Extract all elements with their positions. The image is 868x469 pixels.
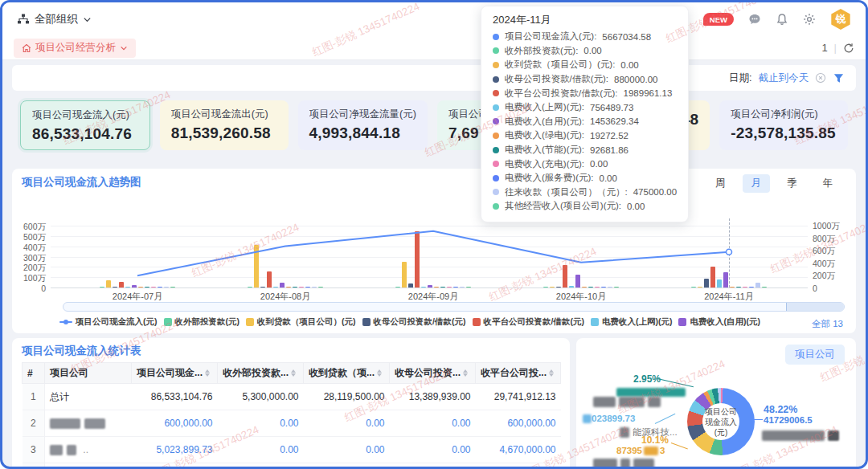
legend-item[interactable]: 收外部投资款(元)	[164, 316, 240, 328]
kpi-card-3[interactable]: 项目公司净现金流量(元)4,993,844.18	[298, 100, 428, 150]
bar[interactable]	[318, 287, 323, 288]
sort-icon[interactable]	[205, 369, 210, 377]
bar[interactable]	[428, 285, 432, 288]
bar[interactable]	[550, 287, 555, 288]
bar[interactable]	[151, 287, 156, 288]
column-header[interactable]: 项目公司	[45, 363, 132, 384]
bar[interactable]	[106, 280, 111, 288]
bar[interactable]	[556, 287, 561, 288]
column-header[interactable]: 收平台公司投...	[476, 363, 561, 384]
bar[interactable]	[575, 275, 580, 288]
bar[interactable]	[305, 287, 310, 288]
bar[interactable]	[415, 231, 420, 288]
bar[interactable]	[125, 287, 130, 288]
kpi-card-6[interactable]: 项目公司净利润(元)-23,578,135.85	[719, 100, 848, 150]
bar[interactable]	[402, 262, 407, 288]
legend-item[interactable]: 收母公司投资款/借款(元)	[362, 316, 466, 328]
legend-item[interactable]: 电费收入(上网)(元)	[591, 316, 673, 328]
table-row[interactable]: 1总计86,533,104.765,300,000.0028,119,500.0…	[23, 384, 561, 410]
bar[interactable]	[704, 279, 709, 288]
column-header[interactable]: 收到贷款（项...	[304, 363, 390, 384]
bar[interactable]	[466, 287, 471, 288]
column-header[interactable]: 收母公司投资...	[390, 363, 476, 384]
sort-icon[interactable]	[463, 369, 468, 377]
bar[interactable]	[440, 287, 445, 288]
bar[interactable]	[614, 287, 619, 288]
bar[interactable]	[595, 287, 600, 288]
bar[interactable]	[601, 287, 606, 288]
bar[interactable]	[395, 287, 400, 288]
funnel-filter-icon[interactable]	[833, 72, 845, 84]
table-row[interactable]: 2600,000.000.000.000.00600,000.00	[23, 410, 561, 437]
bar[interactable]	[588, 287, 593, 288]
bar[interactable]	[447, 287, 452, 288]
pie-filter-badge[interactable]: 项目公司	[785, 345, 845, 365]
breadcrumb-tab[interactable]: 项目公司经营分析	[14, 39, 136, 58]
bar[interactable]	[743, 287, 747, 288]
bar[interactable]	[723, 272, 728, 288]
column-header[interactable]: 收外部投资款...	[218, 363, 304, 384]
bar[interactable]	[164, 287, 169, 288]
sort-icon[interactable]	[549, 369, 554, 377]
bar[interactable]	[563, 265, 567, 288]
bar[interactable]	[299, 287, 304, 288]
bar[interactable]	[293, 287, 297, 288]
bar[interactable]	[691, 287, 696, 288]
bar[interactable]	[434, 287, 439, 288]
column-header[interactable]: 项目公司现金...	[132, 363, 218, 384]
bar[interactable]	[145, 287, 149, 288]
bar[interactable]	[267, 271, 272, 288]
bar[interactable]	[543, 287, 548, 288]
bar[interactable]	[749, 287, 754, 288]
bar[interactable]	[730, 287, 735, 288]
bar[interactable]	[254, 245, 259, 288]
bar[interactable]	[762, 287, 767, 288]
kpi-card-2[interactable]: 项目公司现金流出(元)81,539,260.58	[160, 100, 289, 150]
bar[interactable]	[736, 287, 741, 288]
legend-show-all-link[interactable]: 全部 13	[812, 318, 843, 330]
new-badge[interactable]: NEW	[703, 13, 734, 26]
message-icon[interactable]	[748, 13, 761, 26]
bar[interactable]	[582, 287, 587, 288]
donut-chart[interactable]: 项目公司现金流入(元)	[687, 388, 755, 455]
bar[interactable]	[608, 287, 612, 288]
bar[interactable]	[260, 287, 265, 288]
bar[interactable]	[569, 286, 574, 288]
column-header[interactable]: #	[23, 363, 45, 384]
bar[interactable]	[453, 287, 458, 288]
legend-item[interactable]: 收平台公司投资款/借款(元)	[473, 316, 584, 328]
bar[interactable]	[158, 287, 162, 288]
legend-item[interactable]: 项目公司现金流入(元)	[59, 316, 158, 328]
bar[interactable]	[119, 282, 124, 288]
bar[interactable]	[132, 285, 137, 288]
bar[interactable]	[421, 287, 426, 288]
cashflow-table[interactable]: #项目公司项目公司现金...收外部投资款...收到贷款（项...收母公司投资..…	[22, 362, 561, 469]
user-avatar[interactable]: 锐	[830, 9, 851, 30]
clear-filter-icon[interactable]	[815, 72, 826, 84]
date-filter-value[interactable]: 截止到今天	[759, 71, 809, 85]
legend-item[interactable]: 收到贷款（项目公司）(元)	[246, 316, 356, 328]
datazoom-slider[interactable]	[63, 302, 845, 312]
refresh-icon[interactable]	[843, 43, 854, 54]
org-selector[interactable]: 全部组织	[17, 12, 92, 27]
bar[interactable]	[170, 287, 175, 288]
bar[interactable]	[698, 287, 702, 288]
bar[interactable]	[138, 287, 143, 288]
bar[interactable]	[273, 287, 278, 288]
table-row[interactable]: 4 ...200,000.000.000.000.00200,000.00	[23, 463, 561, 469]
datazoom-selection[interactable]	[786, 303, 844, 311]
legend-item[interactable]: 电费收入(自用)(元)	[678, 316, 760, 328]
bar[interactable]	[755, 283, 760, 288]
bell-icon[interactable]	[776, 13, 788, 26]
kpi-card-1[interactable]: 项目公司现金流入(元)86,533,104.76	[20, 100, 150, 150]
bar[interactable]	[248, 287, 252, 288]
bar[interactable]	[113, 287, 117, 288]
bar[interactable]	[460, 287, 465, 288]
gear-icon[interactable]	[803, 13, 816, 26]
bar[interactable]	[100, 287, 104, 288]
bar[interactable]	[408, 283, 413, 288]
table-row[interactable]: 3 ..5,023,899.730.000.000.004,670,000.00	[23, 437, 561, 463]
bar[interactable]	[280, 283, 285, 288]
bar[interactable]	[710, 267, 715, 288]
bar[interactable]	[312, 287, 317, 288]
